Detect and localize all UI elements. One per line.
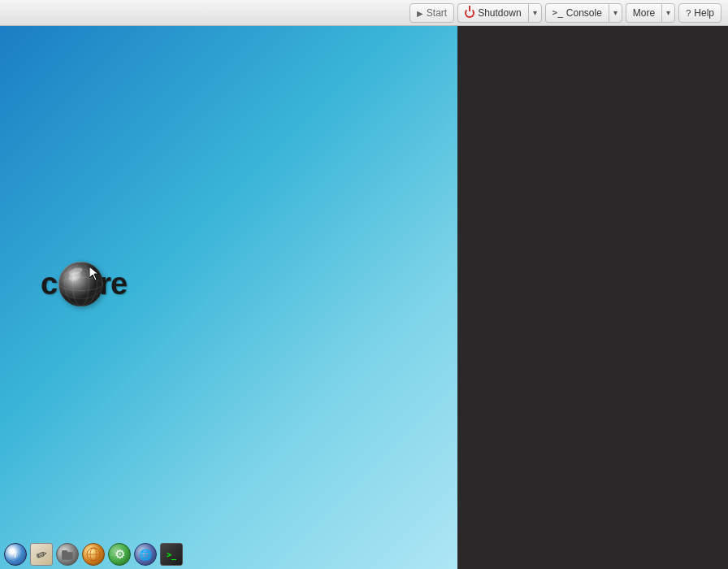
taskbar-icon-settings[interactable]: ⚙ — [107, 542, 132, 567]
desktop[interactable]: c — [0, 26, 457, 569]
logo-re: re — [99, 267, 127, 302]
svg-rect-8 — [62, 550, 67, 553]
svg-rect-7 — [62, 552, 73, 560]
taskbar-icon-network[interactable]: 🌐 — [133, 542, 158, 567]
more-dropdown[interactable]: ▾ — [661, 3, 675, 23]
console-label: Console — [566, 7, 602, 19]
taskbar-icon-editor[interactable]: ✏ — [29, 542, 54, 567]
chevron-down-icon: ▾ — [533, 8, 537, 17]
power-icon — [465, 8, 474, 18]
logo-globe — [58, 262, 103, 306]
main-content: c — [0, 26, 728, 569]
more-label: More — [633, 7, 655, 19]
sidebar-panel — [457, 26, 728, 569]
shutdown-dropdown[interactable]: ▾ — [528, 3, 542, 23]
chevron-down-icon2: ▾ — [613, 8, 618, 17]
console-button[interactable]: >_ Console — [545, 3, 609, 23]
more-button[interactable]: More — [626, 3, 661, 23]
taskbar: i ✏ — [0, 540, 457, 569]
help-button[interactable]: ? Help — [678, 3, 722, 23]
console-dropdown[interactable]: ▾ — [609, 3, 622, 23]
help-icon: ? — [686, 8, 691, 18]
toolbar: Start Shutdown ▾ >_ Console ▾ More ▾ — [0, 0, 728, 26]
taskbar-icon-password[interactable]: i — [3, 542, 28, 567]
console-icon: >_ — [552, 7, 563, 18]
taskbar-icon-browser[interactable] — [81, 542, 106, 567]
core-logo: c — [41, 262, 127, 306]
taskbar-icon-terminal[interactable]: >_ — [159, 542, 184, 567]
svg-point-0 — [59, 263, 103, 306]
chevron-down-icon3: ▾ — [666, 8, 670, 17]
logo-c: c — [41, 267, 57, 302]
console-button-group: >_ Console ▾ — [545, 3, 622, 23]
shutdown-button-group: Shutdown ▾ — [457, 3, 541, 23]
help-label: Help — [694, 7, 714, 19]
play-icon — [417, 7, 423, 19]
start-button[interactable]: Start — [410, 3, 454, 23]
more-button-group: More ▾ — [626, 3, 675, 23]
start-label: Start — [427, 7, 447, 19]
taskbar-icon-files[interactable] — [55, 542, 80, 567]
shutdown-button[interactable]: Shutdown — [457, 3, 527, 23]
shutdown-label: Shutdown — [478, 7, 521, 19]
